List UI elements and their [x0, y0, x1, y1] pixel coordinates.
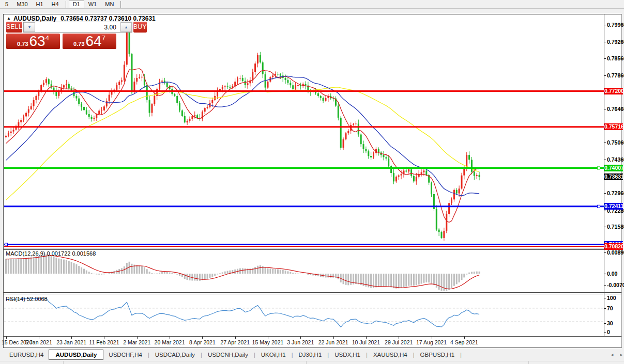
macd-tick-mark [604, 252, 606, 253]
price-tick-mark [604, 109, 606, 109]
price-tick-mark [604, 143, 606, 143]
date-tick-mark [333, 337, 334, 339]
timeframe-h4-button[interactable]: H4 [48, 1, 63, 8]
date-tick-mark [235, 337, 236, 339]
date-tick-label: 3 Jun 2021 [287, 339, 314, 345]
macd-tick-label: 0.008904 [607, 249, 624, 256]
rsi-tick-mark [604, 323, 606, 324]
sell-price-display[interactable]: 0.73634 [6, 34, 60, 49]
macd-rsi-divider[interactable] [4, 292, 621, 293]
price-tick-mark [604, 58, 606, 59]
date-tick-label: 23 Jan 2021 [56, 339, 86, 345]
chart-tab-audusd-daily[interactable]: AUDUSD,Daily [49, 350, 103, 360]
tab-separator: | [292, 352, 293, 358]
status-divider [63, 361, 64, 364]
buy-price-base: 0.73 [73, 41, 84, 47]
timeframe-m30-button[interactable]: M30 [12, 1, 32, 8]
chart-tab-usdcad-daily[interactable]: USDCAD,Daily [150, 351, 200, 359]
chart-title: ▲AUDUSD,Daily0.73654 0.73737 0.73610 0.7… [7, 15, 156, 22]
timeframe-mn-button[interactable]: MN [101, 1, 118, 8]
date-tick-label: 11 Feb 2021 [89, 339, 119, 345]
macd-tick-mark [604, 285, 606, 286]
chart-tab-usdx-h1[interactable]: USDX,H1 [329, 351, 366, 359]
volume-input[interactable] [35, 22, 120, 32]
macd-tick-label: 0.00 [607, 271, 617, 277]
date-tick-mark [104, 337, 104, 339]
rsi-tick-mark [604, 308, 606, 309]
date-tick-label: 22 Jun 2021 [318, 339, 348, 345]
timeframe-w1-button[interactable]: W1 [84, 1, 101, 8]
rsi-tick-label: 100 [607, 295, 616, 301]
status-strip [0, 361, 624, 364]
date-tick-label: 27 Apr 2021 [220, 339, 250, 345]
collapse-triangle-icon[interactable]: ▲ [7, 16, 11, 21]
chart-tab-usdchf-h4[interactable]: USDCHF,H4 [103, 351, 147, 359]
tab-separator: | [413, 352, 415, 358]
tab-separator: | [327, 352, 329, 358]
price-chart-canvas[interactable] [4, 14, 604, 248]
tab-separator: | [148, 352, 149, 358]
price-tick-mark [604, 75, 606, 76]
timeframe-d1-button[interactable]: D1 [69, 1, 84, 8]
status-divider [528, 361, 529, 364]
buy-price-display[interactable]: 0.73647 [63, 34, 116, 49]
rsi-tick-label: 0 [607, 329, 610, 335]
date-tick-label: 29 Jul 2021 [385, 339, 413, 345]
date-tick-label: 5 Jan 2021 [25, 339, 52, 345]
rsi-indicator-canvas[interactable] [4, 294, 604, 336]
ohlc-values: 0.73654 0.73737 0.73610 0.73631 [60, 15, 156, 22]
sell-button[interactable]: SELL [6, 22, 22, 33]
volume-decrease-button[interactable]: ▼ [24, 22, 35, 32]
trade-controls-row: SELL ▼ ▲ BUY [6, 22, 117, 33]
sell-price-big: 63 [29, 34, 45, 49]
chart-tab-usdcnh-daily[interactable]: USDCNH,Daily [203, 351, 253, 359]
chart-tab-gbpusd-h1[interactable]: GBPUSD,H1 [415, 351, 460, 359]
rsi-label: RSI(14) 52.0068 [6, 296, 48, 302]
price-tick-mark [604, 25, 606, 25]
price-level-badge: 0.75716 [604, 123, 623, 130]
macd-signal-value: 0.001568 [72, 250, 96, 257]
timeframe-toolbar: 5M30H1H4D1W1MN [0, 0, 624, 9]
timeframe-5-button[interactable]: 5 [1, 1, 12, 8]
date-tick-mark [39, 337, 39, 339]
date-tick-mark [170, 337, 170, 339]
volume-increase-button[interactable]: ▲ [120, 22, 132, 32]
buy-button[interactable]: BUY [133, 22, 147, 33]
date-tick-mark [6, 337, 7, 339]
chart-macd-divider[interactable] [4, 248, 621, 248]
timeframe-h1-button[interactable]: H1 [32, 1, 48, 8]
date-tick-mark [432, 337, 432, 339]
price-level-badge: 0.72411 [604, 203, 623, 210]
buy-price-big: 64 [86, 34, 102, 49]
tab-scroll-left-button[interactable]: ◄ [608, 352, 616, 358]
rsi-tick-label: 70 [607, 305, 613, 311]
chart-tab-xauusd-h4[interactable]: XAUUSD,H4 [368, 351, 413, 359]
status-divider [306, 361, 307, 364]
price-tick-label: 0.78560 [607, 55, 624, 61]
tab-separator: | [254, 352, 255, 358]
chart-tab-dj30-h1[interactable]: DJ30,H1 [294, 351, 327, 359]
date-tick-mark [399, 337, 399, 339]
chart-tab-eurusd-h4[interactable]: EURUSD,H4 [4, 351, 49, 359]
date-tick-mark [268, 337, 268, 339]
tab-separator: | [366, 352, 368, 358]
one-click-trading-panel: SELL ▼ ▲ BUY 0.73634 0.73647 [6, 22, 117, 49]
date-tick-label: 15 May 2021 [252, 339, 284, 345]
price-level-badge: 0.77200 [604, 88, 623, 94]
rsi-tick-mark [604, 332, 606, 333]
mt4-terminal: 5M30H1H4D1W1MN ▲AUDUSD,Daily0.73654 0.73… [0, 0, 624, 364]
price-tick-label: 0.74360 [607, 156, 624, 163]
price-tick-label: 0.76460 [607, 106, 624, 112]
rsi-bottom-border [4, 336, 621, 337]
trade-prices-row: 0.73634 0.73647 [6, 34, 117, 49]
date-tick-label: 4 Sep 2021 [450, 339, 478, 345]
price-tick-mark [604, 227, 606, 227]
rsi-tick-mark [604, 298, 606, 298]
toolbar-separator [120, 1, 121, 8]
buy-price-pip: 7 [102, 34, 105, 49]
chart-tab-ukoil-h1[interactable]: UKOil,H1 [256, 351, 291, 359]
date-tick-mark [464, 337, 465, 339]
tab-scroll-right-button[interactable]: ► [618, 352, 624, 358]
price-level-badge: 0.73631 [604, 173, 623, 180]
date-tick-label: 2 Mar 2021 [123, 339, 150, 345]
